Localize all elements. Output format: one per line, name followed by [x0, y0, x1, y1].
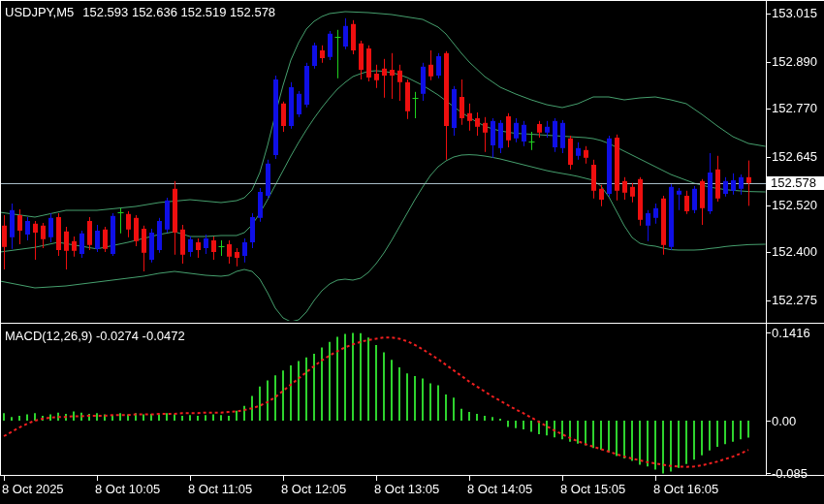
price-axis-label: 152.890 — [772, 54, 817, 69]
price-axis-label: 152.645 — [772, 149, 817, 164]
price-axis[interactable]: 153.015152.890152.770152.645152.520152.4… — [766, 0, 824, 323]
price-axis-label: 152.400 — [772, 244, 817, 259]
macd-indicator-label: MACD(12,26,9) -0.0274 -0.0472 — [5, 329, 185, 343]
ohlc-values: 152.593 152.636 152.519 152.578 — [82, 5, 275, 19]
time-axis-label: 8 Oct 10:05 — [95, 482, 160, 496]
price-axis-label: 153.015 — [772, 6, 817, 20]
time-axis-label: 8 Oct 11:05 — [188, 482, 252, 496]
price-axis-label: 152.770 — [772, 101, 817, 115]
time-axis-label: 8 Oct 15:05 — [560, 482, 625, 496]
chart-title: USDJPY,M5152.593 152.636 152.519 152.578 — [5, 5, 275, 19]
time-axis[interactable]: 8 Oct 20258 Oct 10:058 Oct 11:058 Oct 12… — [0, 476, 824, 504]
current-price-tag: 152.578 — [767, 176, 824, 190]
price-axis-label: 152.520 — [772, 198, 817, 212]
macd-axis[interactable]: 0.14160.00-0.085 — [766, 324, 824, 475]
macd-axis-label: 0.1416 — [772, 326, 810, 340]
time-axis-label: 8 Oct 16:05 — [653, 482, 718, 496]
time-axis-label: 8 Oct 12:05 — [281, 482, 346, 496]
chart-canvas[interactable] — [0, 0, 824, 504]
symbol-period-label: USDJPY,M5 — [5, 5, 74, 19]
time-axis-label: 8 Oct 2025 — [2, 482, 64, 496]
chart-window: USDJPY,M5152.593 152.636 152.519 152.578… — [0, 0, 824, 504]
time-axis-label: 8 Oct 14:05 — [467, 482, 532, 496]
price-axis-label: 152.275 — [772, 293, 817, 307]
time-axis-label: 8 Oct 13:05 — [374, 482, 439, 496]
macd-axis-label: 0.00 — [772, 414, 796, 428]
